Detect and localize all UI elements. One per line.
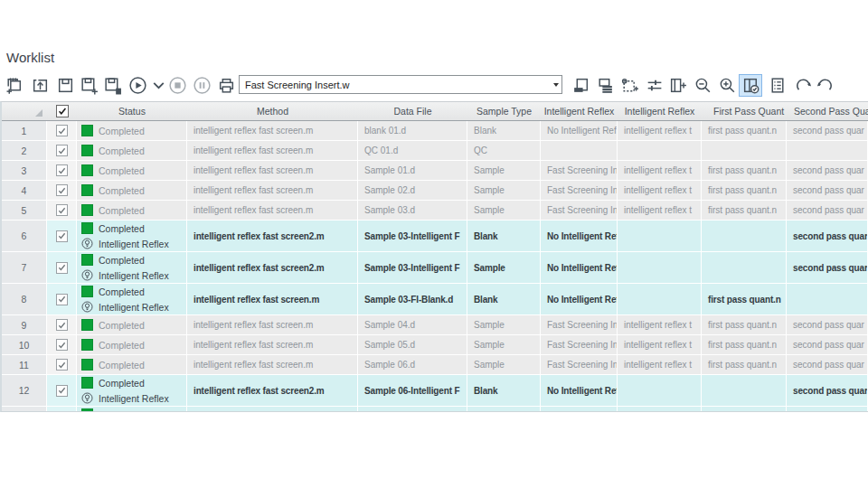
table-row: 8CompletedIntelligent Reflexintelligent …: [2, 284, 868, 315]
run-button[interactable]: [127, 74, 149, 97]
row-checkbox[interactable]: [56, 164, 68, 176]
combobox-dropdown-button[interactable]: [550, 76, 561, 93]
worklist-file-combobox[interactable]: Fast Screening Insert.w: [239, 75, 562, 94]
sample-type-cell: Blank: [467, 121, 541, 140]
method-cell: intelligent reflex fast screen.m: [187, 121, 358, 140]
row-checkbox-cell: [47, 284, 77, 314]
method-cell: intelligent reflex fast screen.m: [187, 315, 358, 334]
header-method[interactable]: Method: [187, 102, 358, 120]
select-all-header-cell[interactable]: [47, 102, 77, 120]
intelligent-reflex-2-cell: [618, 407, 702, 412]
sample-levels-button[interactable]: [570, 74, 592, 97]
stacked-view-button[interactable]: [594, 74, 617, 97]
intelligent-reflex-1-cell: Fast Screening In:: [541, 181, 618, 200]
table-body: 1Completedintelligent reflex fast screen…: [2, 121, 868, 412]
row-number: 12: [2, 375, 47, 406]
intelligent-reflex-1-cell: Fast Screening In:: [541, 161, 618, 180]
save-as-button[interactable]: [78, 74, 100, 97]
intelligent-reflex-1-cell: Fast Screening In:: [541, 315, 618, 334]
row-checkbox-cell: [47, 141, 77, 160]
new-worklist-button[interactable]: [3, 74, 25, 97]
header-first-pass-quant[interactable]: First Pass Quant N: [702, 102, 787, 120]
status-completed-icon: [81, 164, 93, 176]
page-title: Worklist: [6, 50, 54, 65]
open-worklist-button[interactable]: [29, 74, 52, 97]
status-cell: Completed: [77, 315, 187, 334]
row-checkbox[interactable]: [56, 204, 68, 216]
stop-button[interactable]: [166, 74, 189, 97]
print-button[interactable]: [215, 74, 238, 97]
intelligent-reflex-1-cell: No Intelligent Ref: [541, 121, 618, 140]
intelligent-reflex-1-cell: No Intelligent Ref: [541, 221, 618, 251]
header-sample-type[interactable]: Sample Type: [467, 102, 541, 120]
method-cell: intelligent reflex fast screen.m: [187, 201, 358, 220]
second-pass-quant-cell: second pass quar: [787, 252, 868, 283]
row-number: 11: [2, 355, 47, 374]
sample-type-cell: Sample: [467, 355, 541, 374]
intelligent-reflex-2-cell: intelligent reflex t: [618, 181, 702, 200]
row-checkbox[interactable]: [56, 359, 68, 371]
row-checkbox-cell: [47, 181, 77, 200]
table-row: 13Completed: [2, 407, 868, 412]
sample-type-cell: Blank: [467, 375, 541, 406]
status-completed-icon: [81, 125, 93, 136]
header-second-pass-quant[interactable]: Second Pass Quan: [787, 102, 868, 120]
second-pass-quant-cell: [787, 284, 868, 314]
filter-settings-button[interactable]: [643, 74, 665, 97]
row-checkbox-cell: [47, 252, 77, 283]
row-checkbox[interactable]: [56, 184, 68, 196]
undo-button[interactable]: [814, 74, 836, 97]
row-checkbox[interactable]: [56, 230, 68, 242]
row-number: 6: [2, 221, 47, 251]
table-row: 6CompletedIntelligent Reflexintelligent …: [2, 221, 868, 252]
row-number: 1: [2, 121, 47, 140]
row-checkbox[interactable]: [56, 145, 68, 156]
status-cell: Completed: [77, 335, 187, 354]
row-checkbox-cell: [47, 201, 77, 220]
zoom-in-button[interactable]: [716, 74, 739, 97]
status-text: Completed: [99, 340, 145, 351]
sample-type-cell: Blank: [467, 284, 541, 314]
row-checkbox[interactable]: [56, 385, 68, 397]
header-status[interactable]: Status: [77, 102, 187, 120]
row-checkbox[interactable]: [56, 262, 68, 274]
status-text: Completed: [99, 255, 145, 266]
select-all-checkbox[interactable]: [56, 105, 69, 117]
intelligent-reflex-2-cell: [618, 141, 702, 160]
status-text: Completed: [99, 165, 145, 176]
corner-triangle-icon: [35, 109, 42, 117]
pause-button[interactable]: [191, 74, 213, 97]
status-completed-icon: [81, 286, 93, 297]
second-pass-quant-cell: second pass quar: [787, 161, 868, 180]
corner-header-cell[interactable]: [2, 102, 47, 120]
row-checkbox[interactable]: [56, 125, 68, 136]
row-checkbox-cell: [47, 121, 77, 140]
table-row: 7CompletedIntelligent Reflexintelligent …: [2, 252, 868, 284]
header-data-file[interactable]: Data File: [358, 102, 467, 120]
first-pass-quant-cell: first pass quant.n: [702, 201, 787, 220]
table-row: 9Completedintelligent reflex fast screen…: [2, 315, 868, 335]
header-intelligent-reflex-2[interactable]: Intelligent Reflex: [618, 102, 702, 120]
combobox-value: Fast Screening Insert.w: [240, 80, 550, 90]
intelligent-reflex-icon: [81, 392, 93, 404]
status-text: Completed: [99, 205, 145, 216]
worklist-check-view-button[interactable]: [739, 74, 762, 97]
select-region-button[interactable]: [618, 74, 641, 97]
add-column-button[interactable]: [666, 74, 689, 97]
row-checkbox[interactable]: [56, 339, 68, 351]
first-pass-quant-cell: [702, 252, 787, 283]
zoom-out-button[interactable]: [692, 74, 714, 97]
status-cell: Completed: [77, 181, 187, 200]
status-text: Completed: [99, 126, 145, 136]
status-cell: Completed: [77, 121, 187, 140]
header-intelligent-reflex-1[interactable]: Intelligent Reflex: [541, 102, 618, 120]
row-checkbox[interactable]: [56, 294, 68, 305]
redo-button[interactable]: [792, 74, 815, 97]
worklist-settings-button[interactable]: [766, 74, 788, 97]
status-text: Completed: [99, 409, 145, 413]
intelligent-reflex-1-cell: Fast Screening In:: [541, 335, 618, 354]
row-checkbox[interactable]: [56, 319, 68, 331]
save-button[interactable]: [54, 74, 77, 97]
intelligent-reflex-2-cell: intelligent reflex t: [618, 315, 702, 334]
save-copy-button[interactable]: [101, 74, 124, 97]
